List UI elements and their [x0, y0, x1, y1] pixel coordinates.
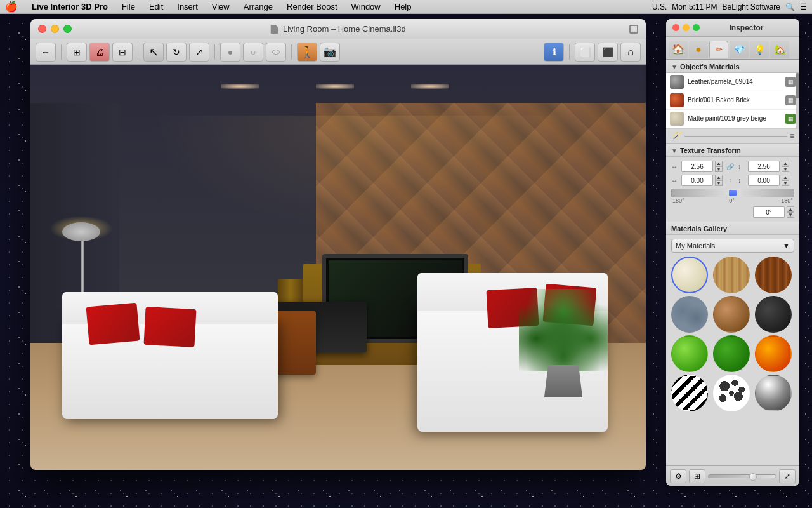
offset-x-stepper: ▲ ▼ — [715, 175, 723, 186]
menu-insert[interactable]: Insert — [174, 1, 200, 13]
angle-slider-track[interactable] — [671, 189, 794, 197]
gallery-item-green-dark[interactable] — [713, 335, 750, 372]
grid-button[interactable]: ⊟ — [112, 43, 133, 62]
scale-y-stepper: ▲ ▼ — [782, 161, 789, 172]
view-front-button[interactable]: ⬜ — [575, 43, 595, 62]
offset-x-down[interactable]: ▼ — [715, 180, 723, 186]
inspector-close-button[interactable] — [672, 24, 679, 31]
close-button[interactable] — [38, 25, 46, 33]
gallery-item-brown-sphere[interactable] — [713, 296, 750, 333]
inspector-tab-paint[interactable]: ✏ — [709, 41, 728, 58]
inspector-tab-home[interactable]: 🏠 — [669, 41, 688, 58]
scale-x-input[interactable]: 2.56 — [681, 161, 713, 172]
scale-y-input[interactable]: 2.56 — [748, 161, 780, 172]
scale-x-up[interactable]: ▲ — [715, 161, 723, 166]
rotate-button[interactable]: ↻ — [166, 43, 187, 62]
scale-y-label: ↕ — [738, 163, 745, 170]
view-3d-button[interactable]: ⬛ — [598, 43, 618, 62]
gallery-item-cream[interactable] — [671, 257, 708, 293]
gallery-item-green-bright[interactable] — [671, 335, 708, 372]
info-button[interactable]: ℹ — [544, 43, 564, 62]
inspector-maximize-button[interactable] — [693, 24, 700, 31]
menu-view[interactable]: View — [209, 1, 232, 13]
print-button[interactable]: 🖨 — [89, 43, 110, 62]
inspector-tab-scene[interactable]: 🏡 — [770, 41, 789, 58]
gallery-item-wood-light[interactable] — [713, 257, 750, 293]
menu-file[interactable]: File — [119, 1, 138, 13]
section-arrow-2: ▼ — [671, 147, 678, 154]
sphere-button[interactable]: ● — [220, 43, 240, 62]
scale-x-down[interactable]: ▼ — [715, 166, 723, 172]
resize-button[interactable]: ⤢ — [189, 43, 209, 62]
gallery-item-dark-sphere[interactable] — [755, 296, 792, 333]
menu-window[interactable]: Window — [349, 1, 383, 13]
view-home-button[interactable]: ⌂ — [620, 43, 641, 62]
apple-menu[interactable]: 🍎 — [5, 1, 18, 13]
maximize-button[interactable] — [63, 25, 72, 33]
gallery-item-wood-dark[interactable] — [755, 257, 792, 293]
window-resize-button[interactable] — [629, 25, 638, 34]
sofa-left[interactable] — [62, 318, 278, 419]
angle-slider-thumb[interactable] — [729, 190, 737, 196]
material-item-brick[interactable]: Brick/001 Baked Brick ▦ — [666, 91, 799, 110]
inspector-tab-object[interactable]: ● — [689, 41, 708, 58]
materials-scrollbar-thumb[interactable] — [796, 73, 799, 98]
angle-input[interactable]: 0° — [753, 206, 785, 218]
scale-y-up[interactable]: ▲ — [782, 161, 789, 166]
footer-grid-button[interactable]: ⊞ — [689, 469, 705, 483]
app-name[interactable]: Live Interior 3D Pro — [29, 1, 110, 13]
offset-y-down[interactable]: ▼ — [782, 180, 789, 186]
wand-icon[interactable]: 🪄 — [671, 131, 682, 141]
inspector-body[interactable]: ▼ Object's Materials Leather/pamela_0901… — [666, 60, 799, 465]
footer-zoom-slider[interactable] — [708, 474, 776, 478]
material-item-paint[interactable]: Matte paint/1019 grey beige ▦ — [666, 110, 799, 128]
back-button[interactable]: ← — [36, 43, 56, 62]
inspector-panel: Inspector 🏠 ● ✏ 💎 💡 🏡 ▼ Object's Materia… — [666, 19, 799, 486]
gallery-item-stone[interactable] — [671, 296, 708, 333]
cylinder-button[interactable]: ⬭ — [266, 43, 286, 62]
inspector-tab-texture[interactable]: 💎 — [730, 41, 749, 58]
pillow-2 — [143, 307, 196, 347]
circle-button[interactable]: ○ — [243, 43, 263, 62]
offset-y-input[interactable]: 0.00 — [748, 175, 780, 186]
gallery-item-spots[interactable] — [713, 375, 750, 411]
gallery-item-zebra[interactable] — [671, 375, 708, 411]
inspector-minimize-button[interactable] — [683, 24, 690, 31]
menu-edit[interactable]: Edit — [147, 1, 166, 13]
footer-settings-button[interactable]: ⚙ — [670, 469, 686, 483]
menu-help[interactable]: Help — [392, 1, 414, 13]
texture-scale-row: ↔ 2.56 ▲ ▼ 🔗 ↕ 2.56 ▲ ▼ — [671, 161, 794, 172]
angle-up[interactable]: ▲ — [787, 206, 794, 212]
scale-y-down[interactable]: ▼ — [782, 166, 789, 172]
search-icon[interactable]: 🔍 — [785, 3, 795, 11]
angle-down[interactable]: ▼ — [787, 212, 794, 218]
gallery-item-fire[interactable] — [755, 335, 792, 372]
material-item-leather[interactable]: Leather/pamela_09014 ▦ — [666, 73, 799, 91]
walk-button[interactable]: 🚶 — [297, 43, 317, 62]
gallery-item-chrome[interactable] — [755, 375, 792, 411]
3d-scene — [30, 65, 646, 470]
menu-icon[interactable]: ☰ — [800, 3, 807, 11]
gallery-dropdown[interactable]: My Materials ▼ — [671, 239, 794, 253]
scale-link-icon[interactable]: 🔗 — [725, 161, 735, 171]
pointer-button[interactable]: ↖ — [143, 43, 164, 62]
material-type-icon-paint: ▦ — [785, 114, 796, 124]
offset-x-up[interactable]: ▲ — [715, 175, 723, 180]
footer-fullscreen-button[interactable]: ⤢ — [779, 469, 796, 483]
menu-render[interactable]: Render Boost — [284, 1, 340, 13]
ceiling-light-1 — [221, 84, 259, 89]
list-options-icon[interactable]: ≡ — [790, 131, 794, 140]
camera-button[interactable]: 📷 — [320, 43, 340, 62]
offset-y-up[interactable]: ▲ — [782, 175, 789, 180]
viewport[interactable] — [30, 65, 646, 470]
offset-y-label: ↕ — [738, 177, 745, 184]
offset-x-input[interactable]: 0.00 — [681, 175, 713, 186]
inspector-tab-light[interactable]: 💡 — [750, 41, 769, 58]
materials-scrollbar[interactable] — [796, 73, 799, 128]
footer-zoom-thumb[interactable] — [749, 473, 757, 481]
objects-materials-header: ▼ Object's Materials — [666, 60, 799, 73]
menu-arrange[interactable]: Arrange — [241, 1, 275, 13]
2d-floor-button[interactable]: ⊞ — [67, 43, 87, 62]
plant-container — [532, 295, 595, 397]
minimize-button[interactable] — [51, 25, 59, 33]
